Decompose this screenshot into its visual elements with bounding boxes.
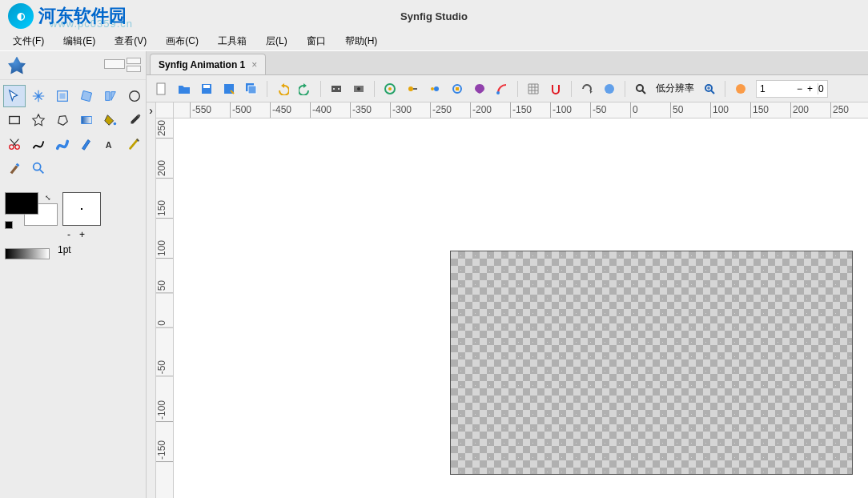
v-ruler-tick: -50 xyxy=(156,359,174,376)
onion-past-button[interactable] xyxy=(402,78,423,99)
tool-sketch[interactable] xyxy=(123,133,146,155)
tool-polygon[interactable] xyxy=(51,109,74,131)
canvas-viewport[interactable] xyxy=(174,118,868,498)
tool-text[interactable]: A xyxy=(99,133,122,155)
menu-window[interactable]: 窗口 xyxy=(299,33,334,50)
brush-preview[interactable] xyxy=(62,192,101,226)
color-swap-icon[interactable]: ⤡ xyxy=(45,194,51,202)
menu-view[interactable]: 查看(V) xyxy=(106,33,155,50)
menu-toolbox[interactable]: 工具箱 xyxy=(210,33,255,50)
keyframe-prev-button[interactable] xyxy=(469,78,490,99)
zoom-value-input[interactable] xyxy=(760,83,792,94)
tool-width[interactable] xyxy=(51,133,74,155)
tool-draw[interactable] xyxy=(75,133,98,155)
color-default-icon[interactable] xyxy=(5,221,13,229)
svg-rect-2 xyxy=(81,90,91,101)
render-button[interactable] xyxy=(326,78,347,99)
tool-rotate[interactable] xyxy=(75,85,98,107)
v-ruler-tick: 200 xyxy=(156,159,174,179)
preview-button[interactable] xyxy=(348,78,369,99)
vertical-ruler[interactable]: 250200150100500-50-100-150 xyxy=(156,118,174,498)
tool-eyedropper[interactable] xyxy=(123,109,146,131)
gradient-swatch[interactable] xyxy=(5,248,50,259)
menu-layer[interactable]: 层(L) xyxy=(258,33,295,50)
h-ruler-tick: -550 xyxy=(190,102,211,118)
horizontal-ruler[interactable]: -550-500-450-400-350-300-250-200-150-100… xyxy=(174,102,868,118)
zoom-minus-button[interactable]: − xyxy=(797,83,802,94)
tool-fill[interactable] xyxy=(99,109,122,131)
undo-button[interactable] xyxy=(272,78,293,99)
refresh-button[interactable] xyxy=(577,78,597,99)
open-file-button[interactable] xyxy=(174,78,195,99)
animate-mode-button[interactable] xyxy=(730,78,751,99)
zoom-fit-button[interactable] xyxy=(699,78,720,99)
menu-canvas[interactable]: 画布(C) xyxy=(158,33,207,50)
artboard[interactable] xyxy=(450,251,853,475)
snap-toggle-button[interactable] xyxy=(545,78,566,99)
watermark-logo-icon: ◐ xyxy=(8,3,34,29)
h-ruler-tick: -400 xyxy=(310,102,332,118)
collapse-handle[interactable]: › xyxy=(147,102,156,498)
tool-scale[interactable] xyxy=(51,85,74,107)
menu-bar: 文件(F) 编辑(E) 查看(V) 画布(C) 工具箱 层(L) 窗口 帮助(H… xyxy=(0,32,868,51)
svg-point-34 xyxy=(736,84,745,94)
save-as-button[interactable] xyxy=(219,78,239,99)
menu-file[interactable]: 文件(F) xyxy=(5,33,52,50)
v-ruler-tick: 100 xyxy=(156,239,174,259)
save-all-button[interactable] xyxy=(241,78,262,99)
menu-edit[interactable]: 编辑(E) xyxy=(55,33,103,50)
zoom-spinbox[interactable]: − + 0 xyxy=(756,80,828,98)
svg-rect-18 xyxy=(332,86,341,92)
tool-cutout[interactable] xyxy=(3,133,26,155)
document-tab[interactable]: Synfig Animation 1 × xyxy=(150,54,266,74)
close-tab-icon[interactable]: × xyxy=(251,59,257,70)
zoom-icon[interactable] xyxy=(630,78,651,99)
svg-point-25 xyxy=(408,86,413,91)
svg-rect-12 xyxy=(157,83,165,94)
zoom-plus-button[interactable]: + xyxy=(807,83,813,94)
h-ruler-tick: -450 xyxy=(270,102,291,118)
tool-circle[interactable] xyxy=(123,85,146,107)
h-ruler-tick: 100 xyxy=(710,102,729,118)
tool-zoom[interactable] xyxy=(27,157,50,179)
svg-rect-14 xyxy=(203,85,210,88)
synfig-logo-icon xyxy=(8,57,26,74)
h-ruler-tick: -200 xyxy=(470,102,492,118)
tool-star[interactable] xyxy=(27,109,50,131)
svg-point-22 xyxy=(357,87,360,90)
document-tabs: Synfig Animation 1 × xyxy=(147,51,868,75)
v-ruler-tick: 0 xyxy=(156,319,174,328)
tool-brush[interactable] xyxy=(3,157,26,179)
tool-mirror[interactable] xyxy=(99,85,122,107)
save-button[interactable] xyxy=(196,78,217,99)
color-fill-swatch[interactable] xyxy=(5,192,38,215)
onion-button[interactable] xyxy=(380,78,400,99)
left-panel: A ⤡ - + 1pt xyxy=(0,51,147,498)
tool-rectangle[interactable] xyxy=(3,109,26,131)
v-ruler-tick: 250 xyxy=(156,118,174,139)
onion-keyframe-button[interactable] xyxy=(447,78,468,99)
h-ruler-tick: -150 xyxy=(510,102,532,118)
onion-future-button[interactable] xyxy=(424,78,445,99)
brush-size-label: 1pt xyxy=(58,244,71,255)
h-ruler-tick: -500 xyxy=(230,102,251,118)
tool-smooth-move[interactable] xyxy=(27,85,50,107)
h-ruler-tick: 250 xyxy=(830,102,849,118)
h-ruler-tick: 150 xyxy=(750,102,769,118)
grid-toggle-button[interactable] xyxy=(523,78,544,99)
stop-button[interactable] xyxy=(599,78,620,99)
toolbox: A xyxy=(0,80,146,184)
svg-point-20 xyxy=(338,88,340,90)
redo-button[interactable] xyxy=(295,78,315,99)
panel-layout-icon[interactable] xyxy=(104,58,143,77)
h-ruler-tick: -250 xyxy=(430,102,452,118)
tool-spline[interactable] xyxy=(27,133,50,155)
svg-rect-5 xyxy=(82,117,92,124)
tool-gradient[interactable] xyxy=(75,109,98,131)
keyframe-next-button[interactable] xyxy=(492,78,512,99)
tool-transform[interactable] xyxy=(3,85,26,107)
svg-point-3 xyxy=(130,91,140,102)
menu-help[interactable]: 帮助(H) xyxy=(337,33,386,50)
new-file-button[interactable] xyxy=(151,78,172,99)
svg-point-32 xyxy=(637,85,643,91)
